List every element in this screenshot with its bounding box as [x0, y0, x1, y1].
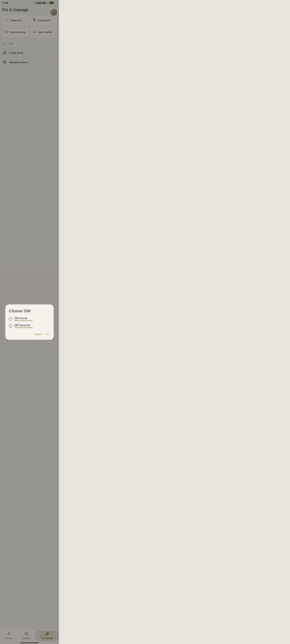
dialog-overlay: Choose SIM SIM Irancell SIM SamanTel Can…	[0, 0, 59, 128]
